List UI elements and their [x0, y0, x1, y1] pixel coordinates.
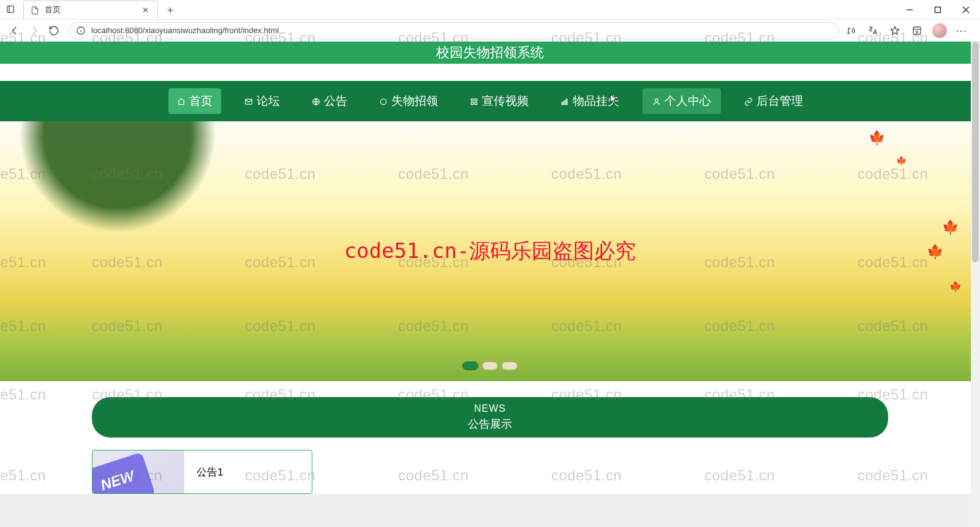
grid-icon — [470, 97, 478, 105]
refresh-button[interactable] — [44, 21, 64, 40]
nav-label: 个人中心 — [665, 93, 711, 109]
svg-point-16 — [380, 99, 386, 104]
user-icon — [652, 97, 661, 105]
carousel-dot[interactable] — [482, 362, 498, 370]
new-badge: NEW — [92, 452, 156, 493]
svg-rect-20 — [475, 102, 477, 105]
profile-avatar[interactable] — [932, 23, 947, 38]
svg-rect-3 — [935, 7, 941, 13]
window-minimize-icon[interactable] — [895, 0, 924, 20]
nav-label: 首页 — [189, 93, 213, 109]
browser-tab[interactable]: 首页 ✕ — [23, 1, 158, 19]
mail-icon — [244, 97, 253, 105]
news-title: 公告1 — [184, 450, 312, 493]
nav-item-globe[interactable]: 公告 — [303, 88, 356, 114]
translate-icon[interactable] — [866, 24, 880, 37]
home-icon — [177, 97, 186, 105]
site-title: 校园失物招领系统 — [0, 42, 980, 64]
nav-item-grid[interactable]: 宣传视频 — [461, 88, 537, 114]
url-input[interactable]: localhost:8080/xiaoyuansiwuzhaoling/fron… — [69, 22, 839, 39]
window-close-icon[interactable] — [952, 0, 980, 20]
link-icon — [744, 97, 753, 105]
svg-rect-21 — [562, 102, 563, 105]
news-heading-en: NEWS — [92, 403, 888, 414]
carousel-dots — [462, 362, 518, 370]
page-content: 校园失物招领系统 首页论坛公告失物招领宣传视频物品挂失个人中心后台管理 🍁 🍁 … — [0, 42, 980, 494]
favorites-icon[interactable] — [888, 24, 902, 37]
url-text: localhost:8080/xiaoyuansiwuzhaoling/fron… — [91, 26, 279, 35]
svg-rect-23 — [566, 99, 567, 105]
nav-label: 公告 — [324, 93, 347, 109]
nav-item-bars[interactable]: 物品挂失 — [552, 88, 628, 114]
tab-close-icon[interactable]: ✕ — [140, 6, 151, 15]
browser-titlebar: 首页 ✕ + — [0, 0, 980, 20]
svg-rect-0 — [7, 6, 14, 13]
nav-item-circle[interactable]: 失物招领 — [371, 88, 447, 114]
svg-rect-18 — [475, 99, 477, 101]
banner-watermark-text: code51.cn-源码乐园盗图必究 — [344, 237, 636, 265]
news-heading-cn: 公告展示 — [92, 417, 888, 431]
carousel-dot[interactable] — [502, 362, 518, 370]
site-info-icon[interactable] — [75, 25, 86, 36]
main-nav: 首页论坛公告失物招领宣传视频物品挂失个人中心后台管理 — [0, 81, 980, 121]
nav-label: 后台管理 — [756, 93, 803, 109]
page-favicon-icon — [30, 6, 40, 15]
svg-point-24 — [655, 99, 658, 102]
read-aloud-icon[interactable] — [844, 24, 858, 37]
circle-icon — [379, 97, 388, 105]
tab-title: 首页 — [45, 5, 140, 15]
carousel-dot[interactable] — [462, 362, 478, 370]
svg-rect-17 — [471, 99, 473, 101]
nav-label: 论坛 — [257, 93, 280, 109]
back-button[interactable] — [5, 21, 24, 40]
window-maximize-icon[interactable] — [924, 0, 952, 20]
nav-item-home[interactable]: 首页 — [168, 88, 221, 114]
browser-addressbar: localhost:8080/xiaoyuansiwuzhaoling/fron… — [0, 20, 980, 42]
new-tab-button[interactable]: + — [162, 2, 179, 19]
news-thumb: NEW — [92, 450, 184, 493]
globe-icon — [312, 97, 320, 105]
svg-marker-9 — [891, 26, 899, 34]
nav-label: 物品挂失 — [573, 93, 619, 109]
browser-menu-icon[interactable]: ⋯ — [956, 24, 968, 37]
svg-rect-19 — [471, 102, 473, 105]
carousel-banner[interactable]: 🍁 🍁 🍁 🍁 🍁 code51.cn-源码乐园盗图必究 — [0, 121, 980, 381]
scrollbar-thumb[interactable] — [972, 42, 979, 262]
news-card[interactable]: NEW 公告1 — [92, 450, 312, 494]
bars-icon — [560, 97, 569, 105]
collections-icon[interactable] — [910, 24, 924, 37]
vertical-scrollbar[interactable] — [971, 42, 980, 527]
nav-item-mail[interactable]: 论坛 — [236, 88, 288, 114]
svg-rect-22 — [564, 100, 565, 104]
news-heading: NEWS 公告展示 — [92, 397, 888, 438]
nav-item-user[interactable]: 个人中心 — [643, 88, 721, 114]
tab-actions-icon[interactable] — [0, 0, 21, 19]
nav-label: 宣传视频 — [482, 93, 529, 109]
nav-item-link[interactable]: 后台管理 — [736, 88, 812, 114]
nav-label: 失物招领 — [391, 93, 438, 109]
forward-button[interactable] — [24, 21, 44, 40]
